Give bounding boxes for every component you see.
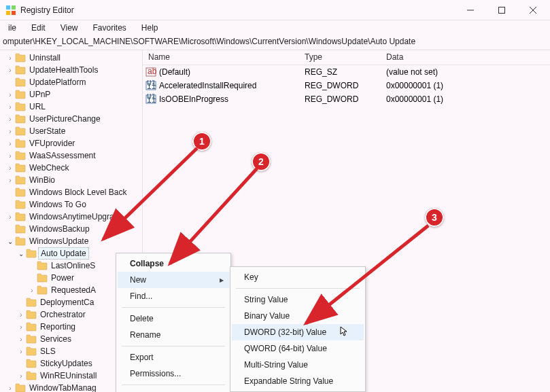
chevron-down-icon[interactable]: ⌄ xyxy=(16,250,26,257)
tree-item[interactable]: ›Uninstall xyxy=(0,52,142,64)
tree-item[interactable]: Windows To Go xyxy=(0,198,142,211)
chevron-right-icon[interactable]: › xyxy=(16,323,26,331)
cursor-icon xyxy=(340,326,351,337)
menu-help[interactable]: Help xyxy=(135,22,165,34)
tree-item-label: WaaSAssessment xyxy=(27,150,98,161)
menu-item[interactable]: Binary Value xyxy=(232,308,364,324)
tree-item[interactable]: ›UpdateHealthTools xyxy=(0,64,142,76)
binary-value-icon xyxy=(145,80,156,91)
close-button[interactable] xyxy=(517,0,549,20)
chevron-right-icon[interactable]: › xyxy=(5,152,15,160)
chevron-right-icon[interactable]: › xyxy=(16,372,26,380)
tree-item-label: Uninstall xyxy=(27,52,63,63)
tree-item[interactable]: ›WebCheck xyxy=(0,162,142,174)
tree-item-label: Orchestrator xyxy=(38,309,88,320)
list-row[interactable]: (Default)REG_SZ(value not set) xyxy=(143,65,550,79)
tree-item[interactable]: ›UPnP xyxy=(0,88,142,101)
menu-item[interactable]: Multi-String Value xyxy=(232,357,364,373)
svg-rect-7 xyxy=(6,11,10,15)
tree-item[interactable]: ›UserState xyxy=(0,125,142,137)
col-name[interactable]: Name xyxy=(143,50,299,65)
chevron-right-icon[interactable]: › xyxy=(5,128,15,135)
col-data[interactable]: Data xyxy=(381,50,550,65)
menu-item[interactable]: Find... xyxy=(118,288,229,304)
menu-item[interactable]: Permissions... xyxy=(118,366,229,382)
maximize-button[interactable] xyxy=(486,0,517,20)
folder-icon xyxy=(37,261,48,270)
tree-item-label: Windows To Go xyxy=(27,199,88,210)
tree-item-label: UserPictureChange xyxy=(27,113,103,124)
tree-item-label: StickyUpdates xyxy=(38,358,94,369)
tree-item[interactable]: ›WinBio xyxy=(0,174,142,186)
chevron-right-icon[interactable]: › xyxy=(5,54,15,62)
tree-item-label: VFUprovider xyxy=(27,138,77,149)
menu-view[interactable]: View xyxy=(54,22,85,34)
tree-item[interactable]: UpdatePlatform xyxy=(0,76,142,88)
tree-item[interactable]: ›URL xyxy=(0,101,142,113)
chevron-down-icon[interactable]: ⌄ xyxy=(5,238,15,245)
folder-icon xyxy=(15,175,26,185)
menu-item[interactable]: Key xyxy=(232,269,364,285)
chevron-right-icon[interactable]: › xyxy=(5,115,15,123)
folder-icon xyxy=(26,346,37,356)
chevron-right-icon[interactable]: › xyxy=(16,348,26,355)
folder-icon xyxy=(15,114,26,124)
tree-item-label: Services xyxy=(38,334,73,344)
chevron-right-icon[interactable]: › xyxy=(16,311,26,319)
chevron-right-icon[interactable]: › xyxy=(5,140,15,147)
folder-icon xyxy=(15,65,26,75)
chevron-right-icon[interactable]: › xyxy=(27,287,37,294)
menu-item[interactable]: QWORD (64-bit) Value xyxy=(232,340,364,357)
chevron-right-icon[interactable]: › xyxy=(5,177,15,184)
folder-icon xyxy=(15,224,26,234)
cell-type: REG_DWORD xyxy=(299,81,381,90)
chevron-right-icon[interactable]: › xyxy=(16,336,26,343)
folder-icon xyxy=(15,200,26,209)
menu-item[interactable]: Expandable String Value xyxy=(232,373,364,389)
menu-item[interactable]: Delete xyxy=(118,310,229,327)
folder-icon xyxy=(15,53,26,63)
tree-item[interactable]: ›WaaSAssessment xyxy=(0,149,142,162)
chevron-right-icon[interactable]: › xyxy=(5,67,15,74)
chevron-right-icon[interactable]: › xyxy=(5,164,15,172)
menu-item[interactable]: Rename xyxy=(118,327,229,343)
tree-item-label: WinBio xyxy=(27,175,57,185)
menu-item[interactable]: Copy Key Name xyxy=(118,388,229,392)
chevron-right-icon[interactable]: › xyxy=(5,103,15,111)
cell-name: (Default) xyxy=(159,67,299,77)
menu-favorites[interactable]: Favorites xyxy=(86,22,133,34)
folder-icon xyxy=(15,139,26,148)
tree-item[interactable]: ›UserPictureChange xyxy=(0,113,142,125)
svg-rect-8 xyxy=(12,11,16,15)
menu-separator xyxy=(122,307,225,308)
tree-item[interactable]: ›WindowsAnytimeUpgra xyxy=(0,211,142,223)
cell-data: 0x00000001 (1) xyxy=(381,81,550,90)
list-row[interactable]: IsOOBEInProgressREG_DWORD0x00000001 (1) xyxy=(143,92,550,106)
tree-item[interactable]: ›VFUprovider xyxy=(0,137,142,149)
tree-item[interactable]: ⌄WindowsUpdate xyxy=(0,235,142,247)
menu-item[interactable]: Export xyxy=(118,349,229,366)
tree-item-label: WindowsBackup xyxy=(27,224,92,234)
menu-item[interactable]: Collapse xyxy=(118,255,229,272)
minimize-button[interactable] xyxy=(455,0,486,20)
menu-item[interactable]: New xyxy=(118,272,229,288)
tree-item-label: Reporting xyxy=(38,321,78,332)
tree-item-label: WindowsAnytimeUpgra xyxy=(27,211,116,222)
folder-icon xyxy=(37,273,48,283)
title-bar: Registry Editor xyxy=(0,0,550,20)
chevron-right-icon[interactable]: › xyxy=(5,213,15,221)
address-bar[interactable]: omputer\HKEY_LOCAL_MACHINE\SOFTWARE\Micr… xyxy=(0,35,550,50)
tree-item-label: Auto Update xyxy=(38,247,89,260)
tree-item-label: DeploymentCa xyxy=(38,297,96,308)
tree-item[interactable]: WindowsBackup xyxy=(0,223,142,235)
folder-icon xyxy=(26,298,37,307)
menu-item[interactable]: String Value xyxy=(232,291,364,308)
col-type[interactable]: Type xyxy=(299,50,381,65)
menu-file[interactable]: ile xyxy=(1,22,23,34)
chevron-right-icon[interactable]: › xyxy=(5,385,15,392)
chevron-right-icon[interactable]: › xyxy=(5,91,15,99)
list-row[interactable]: AcceleratedInstallRequiredREG_DWORD0x000… xyxy=(143,79,550,92)
callout-2: 2 xyxy=(252,152,271,171)
menu-edit[interactable]: Edit xyxy=(24,22,52,34)
tree-item[interactable]: Windows Block Level Back xyxy=(0,186,142,198)
